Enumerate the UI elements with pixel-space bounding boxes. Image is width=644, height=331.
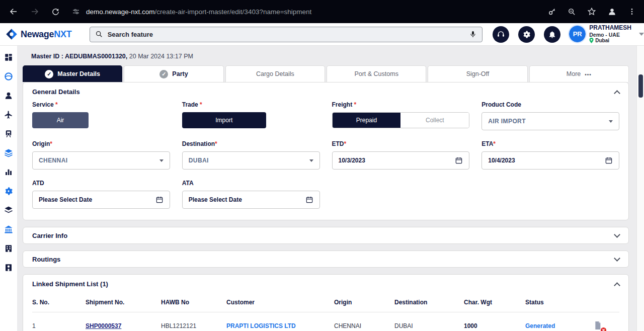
settings-button[interactable] — [518, 26, 535, 43]
profile-caret-icon[interactable] — [639, 33, 644, 36]
carrier-info-section[interactable]: Carrier Info — [23, 227, 629, 244]
freight-collect-option[interactable]: Collect — [400, 113, 469, 128]
collapse-linked-shipment-icon[interactable] — [614, 282, 620, 289]
search-icon — [95, 30, 103, 38]
bank-icon[interactable] — [4, 225, 13, 234]
col-shipment-no: Shipment No. — [86, 299, 161, 306]
tab-label: Cargo Details — [256, 70, 294, 77]
origin-label: Origin* — [32, 140, 170, 147]
scrollbar-thumb[interactable] — [638, 74, 643, 98]
zoom-icon[interactable] — [568, 8, 576, 16]
master-id-line: Master ID : AEDUBMAS0001320, 20 Mar 2024… — [17, 46, 636, 60]
carrier-info-title: Carrier Info — [32, 232, 67, 239]
collapse-general-details-icon[interactable] — [614, 90, 620, 97]
shipment-no-link[interactable]: SHP0000537 — [86, 322, 161, 329]
product-code-select[interactable]: AIR IMPORT — [481, 112, 619, 130]
tab-master-details[interactable]: ✓ Master Details — [23, 65, 122, 82]
wizard-tabs: ✓ Master Details ✓ Party Cargo Details P… — [23, 65, 629, 82]
user-name: PRATHAMESH — [589, 25, 631, 32]
site-settings-icon[interactable] — [72, 8, 80, 16]
cancel-shipment-icon[interactable]: ✕ — [594, 321, 604, 331]
bookmark-star-icon[interactable] — [587, 7, 596, 16]
calendar-icon[interactable] — [155, 196, 164, 204]
bar-chart-icon[interactable] — [4, 168, 13, 177]
layers-icon[interactable] — [4, 148, 13, 157]
service-air-button[interactable]: Air — [32, 112, 89, 128]
password-key-icon[interactable] — [548, 8, 556, 16]
ata-label: ATA — [182, 180, 320, 187]
chevron-down-icon — [609, 120, 613, 123]
tab-more[interactable]: More ••• — [529, 65, 629, 82]
master-id: Master ID : AEDUBMAS0001320, — [31, 53, 127, 60]
globe-icon[interactable] — [4, 72, 13, 81]
check-circle-icon: ✓ — [45, 70, 53, 78]
routings-section[interactable]: Routings — [23, 251, 629, 268]
user-profile-menu[interactable]: PR PRATHAMESH Demo - UAE Dubai — [569, 25, 644, 43]
tab-label: Party — [172, 70, 188, 77]
ata-date-input[interactable]: Please Select Date — [182, 191, 320, 209]
col-char-wgt: Char. Wgt — [464, 299, 525, 306]
avatar: PR — [569, 26, 586, 42]
brand-logo[interactable]: NewageNXT — [5, 28, 90, 41]
etd-date-input[interactable]: 10/3/2023 — [332, 151, 470, 170]
atd-date-input[interactable]: Please Select Date — [32, 191, 170, 209]
expand-routings-icon[interactable] — [614, 255, 620, 262]
plane-icon[interactable] — [4, 110, 13, 119]
expand-carrier-info-icon[interactable] — [614, 231, 620, 238]
col-status: Status — [525, 299, 594, 306]
browser-menu-icon[interactable] — [628, 8, 636, 16]
support-button[interactable] — [493, 26, 509, 43]
user-icon[interactable] — [4, 91, 13, 100]
browser-chrome: demo.newage-nxt.com/create-air-import-ma… — [0, 0, 644, 23]
building-alt-icon[interactable] — [4, 263, 13, 272]
microphone-icon[interactable] — [469, 30, 477, 38]
tab-port-customs[interactable]: Port & Customs — [327, 65, 426, 82]
building-icon[interactable] — [4, 244, 13, 253]
col-hawb-no: HAWB No — [161, 299, 226, 306]
browser-forward-icon[interactable] — [30, 7, 39, 16]
calendar-icon[interactable] — [455, 156, 463, 164]
atd-placeholder: Please Select Date — [39, 196, 92, 203]
trade-import-button[interactable]: Import — [182, 112, 266, 128]
search-input[interactable] — [108, 31, 465, 38]
grid-icon[interactable] — [4, 53, 13, 62]
eta-date-input[interactable]: 10/4/2023 — [481, 151, 619, 170]
check-circle-icon: ✓ — [159, 70, 168, 78]
train-icon[interactable] — [4, 129, 13, 138]
tab-party[interactable]: ✓ Party — [124, 65, 223, 82]
browser-profile-icon[interactable] — [607, 7, 617, 17]
notifications-button[interactable] — [544, 26, 560, 43]
browser-refresh-icon[interactable] — [51, 8, 60, 16]
brand-logo-icon — [5, 28, 18, 41]
linked-shipment-title: Linked Shipment List (1) — [32, 280, 108, 288]
main-content: Master ID : AEDUBMAS0001320, 20 Mar 2024… — [17, 46, 636, 331]
chevron-down-icon — [159, 159, 164, 162]
cell-char-wgt: 1000 — [464, 322, 525, 329]
user-location: Dubai — [595, 38, 609, 44]
origin-select[interactable]: CHENNAI — [32, 151, 170, 170]
calendar-icon[interactable] — [605, 156, 613, 164]
eta-label: ETA* — [481, 140, 619, 147]
calendar-icon[interactable] — [305, 196, 313, 204]
stack-icon[interactable] — [4, 206, 13, 215]
general-details-card: General Details Service * Air Trade * Im… — [23, 82, 629, 220]
customer-link[interactable]: PRAPTI LOGISTICS LTD — [226, 322, 334, 329]
app-header: NewageNXT PR PRATHAMESH Demo - UAE Dubai — [0, 23, 644, 46]
freight-prepaid-option[interactable]: Prepaid — [333, 113, 401, 128]
gear-icon[interactable] — [4, 187, 13, 196]
tab-sign-off[interactable]: Sign-Off — [428, 65, 527, 82]
left-icon-sidebar — [0, 46, 17, 331]
destination-select[interactable]: DUBAI — [182, 151, 320, 170]
shipment-table-row: 1 SHP0000537 HBL1212121 PRAPTI LOGISTICS… — [32, 312, 619, 331]
cell-hawb-no: HBL1212121 — [161, 322, 226, 329]
page-scrollbar[interactable] — [636, 46, 644, 331]
tab-label: More — [567, 70, 581, 77]
tab-label: Sign-Off — [466, 70, 490, 77]
service-label: Service * — [32, 101, 170, 108]
browser-back-icon[interactable] — [9, 7, 18, 16]
product-code-value: AIR IMPORT — [488, 118, 526, 125]
tab-cargo-details[interactable]: Cargo Details — [225, 65, 325, 82]
address-bar[interactable]: demo.newage-nxt.com/create-air-import-ma… — [72, 8, 311, 16]
ata-placeholder: Please Select Date — [189, 196, 242, 203]
feature-search-bar[interactable] — [90, 27, 483, 42]
